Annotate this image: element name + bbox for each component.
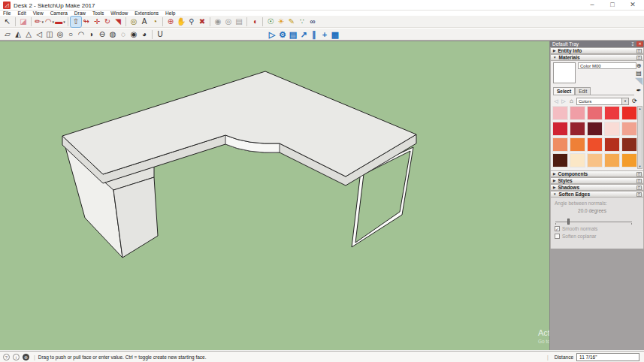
menu-draw[interactable]: Draw	[74, 11, 86, 16]
tab-edit[interactable]: Edit	[575, 87, 591, 95]
shapes-tool[interactable]: ▬▾	[55, 17, 65, 27]
shape-pyramid-tool[interactable]: △	[23, 29, 34, 40]
ext-settings-tool[interactable]: ⚙	[277, 29, 288, 40]
color-swatch-10[interactable]	[552, 137, 568, 152]
text-tool[interactable]: A	[139, 17, 150, 27]
menu-tools[interactable]: Tools	[92, 11, 104, 16]
soften-coplanar-checkbox[interactable]	[555, 234, 560, 239]
section-header-components[interactable]: ▶ Components ◻	[550, 170, 644, 177]
ext-add-tool[interactable]: +	[319, 29, 330, 40]
info-icon[interactable]: i	[13, 354, 20, 360]
dropdown-caret-icon[interactable]: ▾	[53, 20, 55, 24]
scroll-up-icon[interactable]: ▲	[638, 107, 642, 110]
dropdown-caret-icon[interactable]: ▾	[41, 20, 44, 24]
swatch-scrollbar[interactable]: ▲ ▼	[637, 106, 642, 169]
eraser-tool[interactable]: ◪	[18, 17, 29, 27]
color-swatch-8[interactable]	[604, 122, 620, 136]
menu-window[interactable]: Window	[110, 11, 128, 16]
shape-torus-tool[interactable]: ◍	[107, 29, 118, 40]
tab-select[interactable]: Select	[553, 87, 575, 95]
menu-file[interactable]: File	[3, 11, 11, 16]
shape-cone-tool[interactable]: ◭	[13, 29, 23, 40]
walk-tool[interactable]: ∵	[297, 17, 307, 27]
ext-adjust-tool[interactable]: ∥	[309, 29, 319, 40]
color-swatch-14[interactable]	[621, 137, 637, 152]
create-material-icon[interactable]: ⊕	[635, 62, 642, 70]
collection-dropdown[interactable]: Colors ▼	[576, 98, 629, 105]
maximize-button[interactable]: □	[609, 1, 616, 8]
color-swatch-16[interactable]	[570, 153, 585, 167]
section-options-button[interactable]: ◻	[636, 56, 642, 60]
color-swatch-18[interactable]	[604, 153, 620, 167]
angle-slider[interactable]	[555, 219, 636, 225]
color-swatch-5[interactable]	[552, 122, 568, 136]
shape-sphere-tool[interactable]: ◉	[128, 29, 139, 40]
shape-half-tool[interactable]: ◗	[86, 29, 97, 40]
dropdown-caret-icon[interactable]: ▾	[63, 20, 65, 24]
menu-camera[interactable]: Camera	[50, 11, 68, 16]
move-tool[interactable]: ✛	[92, 17, 102, 27]
scale-tool[interactable]: ◥	[113, 17, 123, 27]
shape-sphere-wire-tool[interactable]: ◌	[118, 29, 128, 40]
section-options-button[interactable]: ◻	[636, 186, 642, 190]
follow-me-tool[interactable]: ↬	[81, 17, 92, 27]
close-button[interactable]: ✕	[629, 1, 636, 8]
home-icon[interactable]: ⌂	[568, 98, 575, 104]
color-swatch-4[interactable]	[621, 106, 637, 120]
scroll-down-icon[interactable]: ▼	[638, 164, 642, 168]
color-swatch-11[interactable]	[570, 137, 585, 152]
help-icon[interactable]: ?	[3, 354, 10, 360]
menu-help[interactable]: Help	[165, 11, 175, 16]
axes-tool[interactable]: ✎	[286, 17, 297, 27]
section-options-button[interactable]: ◻	[636, 172, 642, 176]
shape-cylinder-tool[interactable]: ◫	[44, 29, 55, 40]
position-camera-tool[interactable]: ☉	[265, 17, 276, 27]
next-view-tool[interactable]: ◎	[223, 17, 234, 27]
section-header-soften-edges[interactable]: ▼ Soften Edges ◻	[550, 191, 644, 198]
section-header-shadows[interactable]: ▶ Shadows ◻	[550, 184, 644, 191]
material-name-field[interactable]: Color M00	[578, 62, 636, 69]
shadows-tool[interactable]: ☀	[276, 17, 286, 27]
push-pull-tool[interactable]: ⇧	[71, 17, 81, 27]
color-swatch-2[interactable]	[587, 106, 603, 120]
ext-run-tool[interactable]: ▷	[267, 29, 277, 40]
menu-view[interactable]: View	[33, 11, 44, 16]
shape-circle-tool[interactable]: ○	[65, 29, 76, 40]
tape-measure-tool[interactable]: ◎	[128, 17, 139, 27]
look-around-tool[interactable]: ∞	[307, 17, 318, 27]
shape-prism-tool[interactable]: ◁	[34, 29, 44, 40]
color-swatch-9[interactable]	[621, 122, 637, 136]
views-tool[interactable]: ▤	[234, 17, 244, 27]
section-options-button[interactable]: ◻	[636, 49, 642, 53]
previous-view-tool[interactable]: ◉	[213, 17, 223, 27]
section-header-materials[interactable]: ▼ Materials ◻	[550, 54, 644, 61]
minimize-button[interactable]: –	[588, 1, 596, 8]
rotate-tool[interactable]: ↻	[102, 17, 113, 27]
tray-close-button[interactable]: ✕	[636, 41, 643, 47]
smooth-normals-checkbox[interactable]: ✓	[555, 226, 560, 231]
style-tool[interactable]: ◖	[249, 17, 260, 27]
section-options-button[interactable]: ◻	[636, 179, 642, 183]
color-swatch-1[interactable]	[570, 106, 585, 120]
menu-extensions[interactable]: Extensions	[135, 11, 159, 16]
ext-report-tool[interactable]: ▤	[288, 29, 298, 40]
shape-tube-tool[interactable]: ◎	[55, 29, 65, 40]
shape-ellipse-tool[interactable]: ⊖	[97, 29, 107, 40]
pan-tool[interactable]: ✋	[176, 17, 186, 27]
select-tool[interactable]: ↖	[2, 17, 13, 27]
drawing-canvas[interactable]	[0, 41, 549, 350]
menu-edit[interactable]: Edit	[17, 11, 26, 16]
color-swatch-6[interactable]	[570, 122, 585, 136]
dropdown-arrow-icon[interactable]: ▼	[621, 98, 628, 104]
orbit-tool[interactable]: ⊕	[165, 17, 176, 27]
ext-collection-tool[interactable]: ▦	[330, 29, 340, 40]
geolocation-icon[interactable]: ⊕	[23, 354, 29, 360]
measurement-input[interactable]: 11 7/16"	[576, 353, 639, 361]
sample-paint-icon[interactable]: ✒	[635, 87, 642, 95]
pin-icon[interactable]: ↧	[630, 41, 635, 47]
color-swatch-0[interactable]	[552, 106, 568, 120]
shape-sphere-shaded-tool[interactable]: ◕	[139, 29, 150, 40]
shape-dome-tool[interactable]: ◠	[76, 29, 86, 40]
line-tool[interactable]: ✏▾	[34, 17, 44, 27]
protractor-tool[interactable]: ◔	[150, 17, 160, 27]
